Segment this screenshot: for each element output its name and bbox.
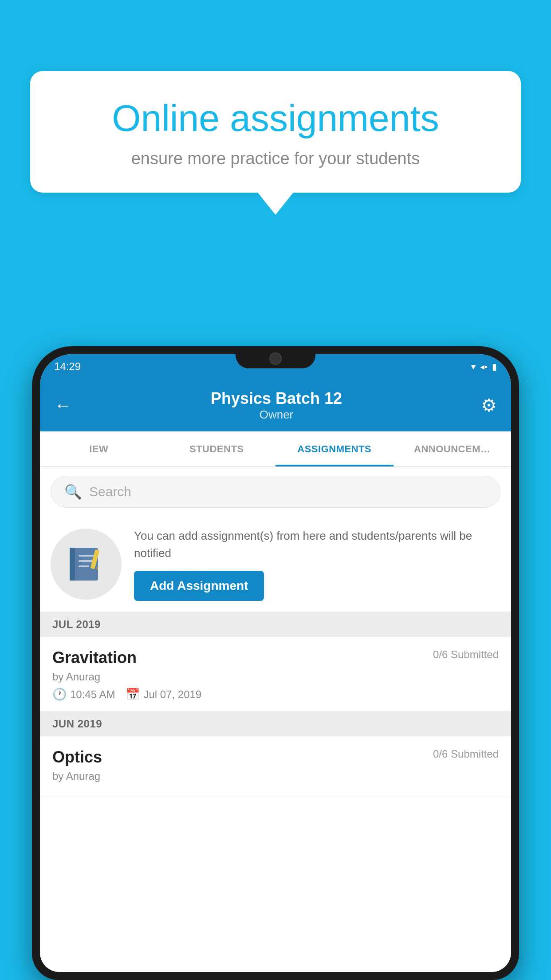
search-bar[interactable]: 🔍 Search (51, 476, 500, 508)
battery-icon: ▮ (492, 361, 497, 372)
search-placeholder: Search (89, 484, 131, 499)
batch-subtitle: Owner (211, 408, 342, 422)
bubble-arrow (258, 193, 293, 215)
speech-bubble-container: Online assignments ensure more practice … (30, 71, 521, 215)
time-item-gravitation: 🕐 10:45 AM (52, 688, 115, 701)
tab-announcements[interactable]: ANNOUNCEM… (394, 431, 512, 466)
assignment-row1: Gravitation 0/6 Submitted (52, 648, 499, 667)
screen-content: 🔍 Search (40, 467, 511, 972)
promo-description: You can add assignment(s) from here and … (134, 527, 500, 562)
phone-camera (269, 352, 282, 365)
speech-bubble: Online assignments ensure more practice … (30, 71, 521, 193)
status-icons: ▾ ◂▪ ▮ (471, 361, 497, 372)
tab-iew[interactable]: IEW (40, 431, 158, 466)
clock-icon: 🕐 (52, 688, 67, 701)
tab-students[interactable]: STUDENTS (158, 431, 276, 466)
tabs-bar: IEW STUDENTS ASSIGNMENTS ANNOUNCEM… (40, 431, 511, 467)
svg-rect-2 (79, 555, 94, 557)
svg-rect-1 (70, 548, 75, 581)
back-button[interactable]: ← (54, 395, 72, 415)
promo-icon-circle (51, 529, 122, 600)
section-jul-2019: JUL 2019 (40, 612, 511, 637)
date-item-gravitation: 📅 Jul 07, 2019 (126, 688, 201, 701)
assignment-title-gravitation: Gravitation (52, 648, 137, 667)
assignment-time-gravitation: 10:45 AM (70, 688, 115, 701)
add-assignment-button[interactable]: Add Assignment (134, 571, 264, 601)
assignment-item-gravitation[interactable]: Gravitation 0/6 Submitted by Anurag 🕐 10… (40, 637, 511, 711)
section-jun-2019: JUN 2019 (40, 711, 511, 736)
promo-text-block: You can add assignment(s) from here and … (134, 527, 500, 601)
assignment-submitted-gravitation: 0/6 Submitted (433, 648, 499, 661)
app-header: ← Physics Batch 12 Owner ⚙ (40, 379, 511, 431)
assignment-by-gravitation: by Anurag (52, 671, 499, 683)
assignment-by-optics: by Anurag (52, 770, 499, 782)
add-assignment-promo: You can add assignment(s) from here and … (40, 517, 511, 612)
wifi-icon: ▾ (471, 361, 476, 372)
assignment-item-optics[interactable]: Optics 0/6 Submitted by Anurag (40, 736, 511, 797)
svg-rect-4 (79, 565, 89, 567)
signal-icon: ◂▪ (480, 361, 488, 372)
header-title-block: Physics Batch 12 Owner (211, 389, 342, 422)
assignment-title-optics: Optics (52, 748, 102, 767)
assignment-submitted-optics: 0/6 Submitted (433, 748, 499, 760)
batch-title: Physics Batch 12 (211, 389, 342, 408)
notebook-icon (66, 544, 106, 584)
calendar-icon: 📅 (126, 688, 140, 701)
phone-screen: 14:29 ▾ ◂▪ ▮ ← Physics Batch 12 Owner ⚙ … (40, 354, 511, 972)
assignment-date-gravitation: Jul 07, 2019 (143, 688, 201, 701)
assignment-datetime-gravitation: 🕐 10:45 AM 📅 Jul 07, 2019 (52, 688, 499, 701)
bubble-title: Online assignments (61, 98, 490, 138)
phone-notch (236, 346, 315, 368)
status-time: 14:29 (54, 360, 81, 373)
settings-icon[interactable]: ⚙ (481, 395, 497, 415)
tab-assignments[interactable]: ASSIGNMENTS (276, 431, 394, 466)
search-icon: 🔍 (64, 483, 82, 500)
bubble-subtitle: ensure more practice for your students (61, 149, 490, 168)
assignment-row1-optics: Optics 0/6 Submitted (52, 748, 499, 767)
phone-frame: 14:29 ▾ ◂▪ ▮ ← Physics Batch 12 Owner ⚙ … (32, 346, 519, 980)
